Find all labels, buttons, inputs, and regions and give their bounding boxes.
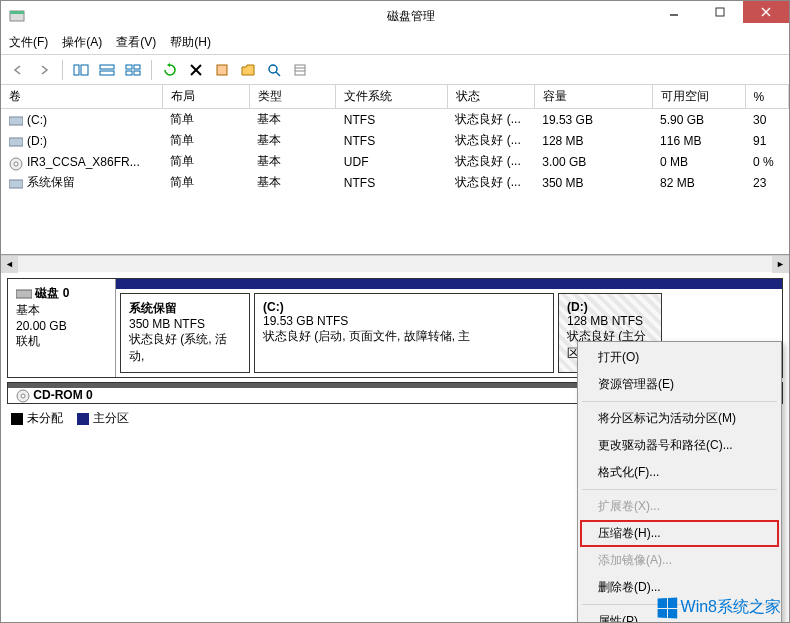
svg-rect-16 — [217, 65, 227, 75]
svg-rect-19 — [295, 65, 305, 75]
col-capacity[interactable]: 容量 — [534, 85, 652, 109]
partition[interactable]: 系统保留350 MB NTFS状态良好 (系统, 活动, — [120, 293, 250, 373]
volume-table: 卷 布局 类型 文件系统 状态 容量 可用空间 % (C:)简单基本NTFS状态… — [1, 85, 789, 255]
table-row[interactable]: 系统保留简单基本NTFS状态良好 (...350 MB82 MB23 — [1, 172, 789, 193]
col-pct[interactable]: % — [745, 85, 788, 109]
svg-line-18 — [276, 72, 280, 76]
ctx-format[interactable]: 格式化(F)... — [580, 459, 779, 486]
ctx-extend: 扩展卷(X)... — [580, 493, 779, 520]
scroll-right-icon[interactable]: ► — [772, 256, 789, 273]
ctx-shrink[interactable]: 压缩卷(H)... — [580, 520, 779, 547]
menu-help[interactable]: 帮助(H) — [170, 34, 211, 51]
svg-rect-3 — [716, 8, 724, 16]
col-status[interactable]: 状态 — [447, 85, 534, 109]
table-row[interactable]: IR3_CCSA_X86FR...简单基本UDF状态良好 (...3.00 GB… — [1, 151, 789, 172]
legend-unallocated: 未分配 — [11, 410, 63, 427]
svg-rect-9 — [100, 71, 114, 75]
search-icon[interactable] — [263, 59, 285, 81]
menu-action[interactable]: 操作(A) — [62, 34, 102, 51]
svg-point-29 — [21, 394, 25, 398]
svg-point-25 — [14, 162, 18, 166]
svg-rect-23 — [9, 138, 23, 146]
svg-rect-1 — [10, 11, 24, 14]
back-button[interactable] — [7, 59, 29, 81]
ctx-explorer[interactable]: 资源管理器(E) — [580, 371, 779, 398]
svg-rect-22 — [9, 117, 23, 125]
delete-icon[interactable] — [185, 59, 207, 81]
app-icon — [9, 8, 25, 24]
scroll-left-icon[interactable]: ◄ — [1, 256, 18, 273]
legend-primary: 主分区 — [77, 410, 129, 427]
disk-icon — [9, 136, 23, 146]
hscrollbar[interactable]: ◄ ► — [1, 255, 789, 272]
close-button[interactable] — [743, 1, 789, 23]
properties-icon[interactable] — [211, 59, 233, 81]
context-menu: 打开(O) 资源管理器(E) 将分区标记为活动分区(M) 更改驱动器号和路径(C… — [577, 341, 782, 623]
refresh-button[interactable] — [159, 59, 181, 81]
view1-button[interactable] — [70, 59, 92, 81]
titlebar: 磁盘管理 — [1, 1, 789, 31]
minimize-button[interactable] — [651, 1, 697, 23]
table-header-row: 卷 布局 类型 文件系统 状态 容量 可用空间 % — [1, 85, 789, 109]
windows-logo-icon — [657, 597, 677, 618]
view3-button[interactable] — [122, 59, 144, 81]
cd-icon — [9, 157, 23, 167]
svg-rect-11 — [134, 65, 140, 69]
folder-icon[interactable] — [237, 59, 259, 81]
watermark: Win8系统之家 — [657, 597, 781, 618]
maximize-button[interactable] — [697, 1, 743, 23]
ctx-drive-letter[interactable]: 更改驱动器号和路径(C)... — [580, 432, 779, 459]
svg-rect-8 — [100, 65, 114, 69]
view2-button[interactable] — [96, 59, 118, 81]
cd-icon — [16, 389, 30, 403]
svg-point-17 — [269, 65, 277, 73]
partition[interactable]: (C:)19.53 GB NTFS状态良好 (启动, 页面文件, 故障转储, 主 — [254, 293, 554, 373]
menubar: 文件(F) 操作(A) 查看(V) 帮助(H) — [1, 31, 789, 55]
svg-rect-12 — [126, 71, 132, 75]
toolbar — [1, 55, 789, 85]
menu-view[interactable]: 查看(V) — [116, 34, 156, 51]
col-fs[interactable]: 文件系统 — [336, 85, 448, 109]
disk-icon — [16, 288, 32, 300]
list-icon[interactable] — [289, 59, 311, 81]
svg-rect-10 — [126, 65, 132, 69]
svg-rect-7 — [81, 65, 88, 75]
col-volume[interactable]: 卷 — [1, 85, 162, 109]
col-layout[interactable]: 布局 — [162, 85, 249, 109]
ctx-open[interactable]: 打开(O) — [580, 344, 779, 371]
col-free[interactable]: 可用空间 — [652, 85, 745, 109]
svg-rect-26 — [9, 180, 23, 188]
table-row[interactable]: (C:)简单基本NTFS状态良好 (...19.53 GB5.90 GB30 — [1, 109, 789, 131]
forward-button[interactable] — [33, 59, 55, 81]
menu-file[interactable]: 文件(F) — [9, 34, 48, 51]
svg-rect-13 — [134, 71, 140, 75]
disk-icon — [9, 178, 23, 188]
ctx-mirror: 添加镜像(A)... — [580, 547, 779, 574]
svg-rect-27 — [16, 290, 32, 298]
table-row[interactable]: (D:)简单基本NTFS状态良好 (...128 MB116 MB91 — [1, 130, 789, 151]
disk-0-info: 磁盘 0 基本 20.00 GB 联机 — [8, 279, 116, 377]
svg-rect-6 — [74, 65, 79, 75]
ctx-mark-active[interactable]: 将分区标记为活动分区(M) — [580, 405, 779, 432]
disk-icon — [9, 115, 23, 125]
col-type[interactable]: 类型 — [249, 85, 336, 109]
